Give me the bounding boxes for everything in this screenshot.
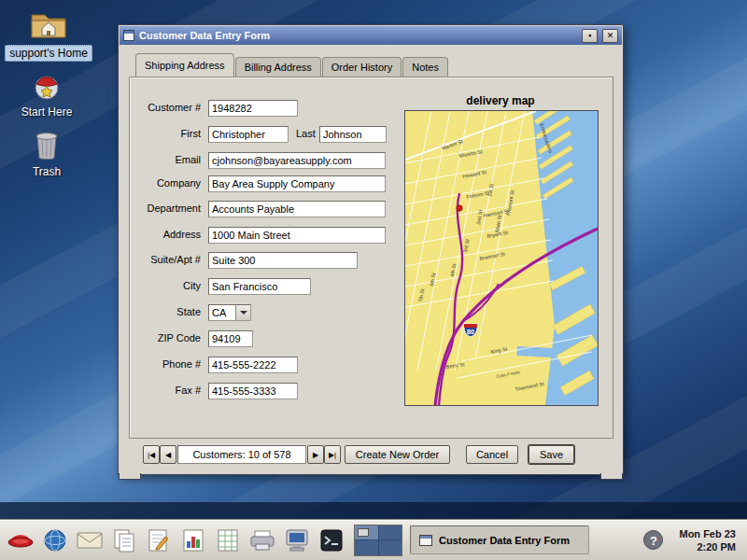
bar-chart-icon bbox=[182, 528, 204, 553]
task-window-label: Customer Data Entry Form bbox=[439, 535, 570, 546]
documents-icon bbox=[112, 528, 136, 553]
cancel-button[interactable]: Cancel bbox=[466, 445, 518, 464]
trash-icon bbox=[34, 131, 60, 161]
zip-input[interactable] bbox=[208, 330, 253, 347]
save-button[interactable]: Save bbox=[529, 445, 574, 464]
state-value: CA bbox=[212, 307, 226, 318]
customer-data-entry-window: Customer Data Entry Form ▪ ✕ Shipping Ad… bbox=[118, 24, 624, 475]
city-label: City bbox=[120, 280, 201, 291]
shield-number: 80 bbox=[467, 329, 474, 335]
window-icon bbox=[123, 30, 134, 41]
file-manager-launcher[interactable] bbox=[109, 525, 139, 556]
window-titlebar[interactable]: Customer Data Entry Form ▪ ✕ bbox=[120, 26, 622, 45]
home-folder-icon bbox=[28, 9, 69, 41]
last-name-label: Last bbox=[296, 128, 316, 139]
state-label: State bbox=[120, 306, 201, 317]
word-processor-launcher[interactable] bbox=[144, 525, 174, 556]
minimize-button[interactable]: ▪ bbox=[582, 29, 598, 43]
presentation-launcher[interactable] bbox=[178, 525, 208, 556]
department-input[interactable] bbox=[208, 201, 386, 217]
taskbar: Customer Data Entry Form ? Mon Feb 23 2:… bbox=[0, 519, 747, 560]
map-marker bbox=[457, 205, 462, 211]
writer-icon bbox=[148, 528, 170, 553]
taskbar-clock[interactable]: Mon Feb 23 2:20 PM bbox=[679, 527, 736, 553]
desktop-icon-label[interactable]: support's Home bbox=[5, 45, 92, 62]
workspace-2[interactable] bbox=[379, 525, 402, 540]
delivery-map-image: 80 Embarcadero Market St Mission St Howa… bbox=[405, 111, 598, 405]
first-record-button[interactable]: |◀ bbox=[143, 445, 160, 464]
first-name-label: First bbox=[120, 128, 201, 139]
create-new-order-button[interactable]: Create New Order bbox=[345, 445, 450, 464]
printer-icon bbox=[249, 529, 275, 552]
help-icon[interactable]: ? bbox=[643, 530, 663, 550]
tab-order-history[interactable]: Order History bbox=[322, 57, 402, 77]
desktop-icon-label[interactable]: Start Here bbox=[18, 105, 77, 119]
terminal-icon bbox=[319, 528, 344, 553]
globe-icon bbox=[43, 528, 67, 553]
desktop-icon-trash[interactable]: Trash bbox=[2, 131, 92, 179]
tab-notes[interactable]: Notes bbox=[402, 57, 448, 77]
redhat-icon bbox=[7, 529, 34, 552]
address-input[interactable] bbox=[208, 227, 386, 244]
previous-record-button[interactable]: ◀ bbox=[160, 445, 176, 464]
workspace-4[interactable] bbox=[379, 540, 402, 555]
spreadsheet-icon bbox=[217, 528, 239, 553]
state-dropdown[interactable]: CA bbox=[208, 304, 251, 321]
record-counter: Customers: 10 of 578 bbox=[177, 445, 306, 464]
printer-launcher[interactable] bbox=[247, 525, 277, 556]
web-browser-launcher[interactable] bbox=[40, 525, 70, 556]
email-launcher[interactable] bbox=[75, 525, 105, 556]
resize-grip-right[interactable] bbox=[600, 473, 623, 480]
workspace-3[interactable] bbox=[355, 540, 378, 555]
customer-number-input[interactable] bbox=[208, 100, 298, 117]
workspace-1[interactable] bbox=[355, 525, 378, 540]
customer-number-label: Customer # bbox=[120, 102, 201, 113]
terminal-launcher[interactable] bbox=[317, 525, 346, 556]
close-button[interactable]: ✕ bbox=[602, 29, 618, 43]
company-input[interactable] bbox=[208, 175, 386, 192]
tab-bar: Shipping Address Billing Address Order H… bbox=[135, 54, 449, 77]
task-window-icon bbox=[419, 535, 432, 546]
clock-time: 2:20 PM bbox=[679, 540, 736, 553]
spreadsheet-launcher[interactable] bbox=[213, 525, 243, 556]
department-label: Department bbox=[120, 203, 201, 214]
tab-billing-address[interactable]: Billing Address bbox=[235, 57, 321, 77]
phone-input[interactable] bbox=[208, 357, 298, 373]
delivery-map: 80 Embarcadero Market St Mission St Howa… bbox=[404, 110, 599, 406]
suite-label: Suite/Apt # bbox=[120, 254, 201, 265]
envelope-icon bbox=[77, 530, 103, 551]
workspace-switcher[interactable] bbox=[354, 525, 402, 556]
suite-input[interactable] bbox=[208, 252, 358, 269]
delivery-map-title: delivery map bbox=[404, 94, 597, 107]
desktop-icon-home[interactable]: support's Home bbox=[4, 9, 93, 62]
next-record-button[interactable]: ▶ bbox=[307, 445, 324, 464]
monitor-icon bbox=[285, 528, 309, 553]
email-input[interactable] bbox=[208, 152, 386, 169]
desktop-icon-start-here[interactable]: Start Here bbox=[2, 73, 92, 119]
tab-shipping-address[interactable]: Shipping Address bbox=[135, 53, 234, 77]
start-here-icon bbox=[33, 73, 61, 101]
email-label: Email bbox=[120, 154, 201, 165]
taskbar-window-button[interactable]: Customer Data Entry Form bbox=[410, 525, 589, 554]
zip-label: ZIP Code bbox=[120, 332, 201, 343]
fax-input[interactable] bbox=[208, 383, 298, 399]
desktop-icon-label[interactable]: Trash bbox=[29, 164, 64, 179]
city-input[interactable] bbox=[208, 278, 311, 295]
phone-label: Phone # bbox=[120, 358, 201, 370]
wallpaper-dark-band bbox=[0, 502, 747, 519]
computer-launcher[interactable] bbox=[282, 525, 312, 556]
address-label: Address bbox=[120, 229, 201, 240]
clock-date: Mon Feb 23 bbox=[679, 527, 736, 540]
chevron-down-icon[interactable] bbox=[235, 305, 250, 320]
window-title: Customer Data Entry Form bbox=[139, 30, 577, 41]
last-record-button[interactable]: ▶| bbox=[324, 445, 341, 464]
resize-grip-left[interactable] bbox=[119, 473, 141, 480]
fax-label: Fax # bbox=[120, 385, 201, 396]
first-name-input[interactable] bbox=[208, 126, 289, 143]
last-name-input[interactable] bbox=[319, 126, 387, 143]
main-menu-button[interactable] bbox=[6, 525, 35, 556]
company-label: Company bbox=[120, 177, 201, 189]
